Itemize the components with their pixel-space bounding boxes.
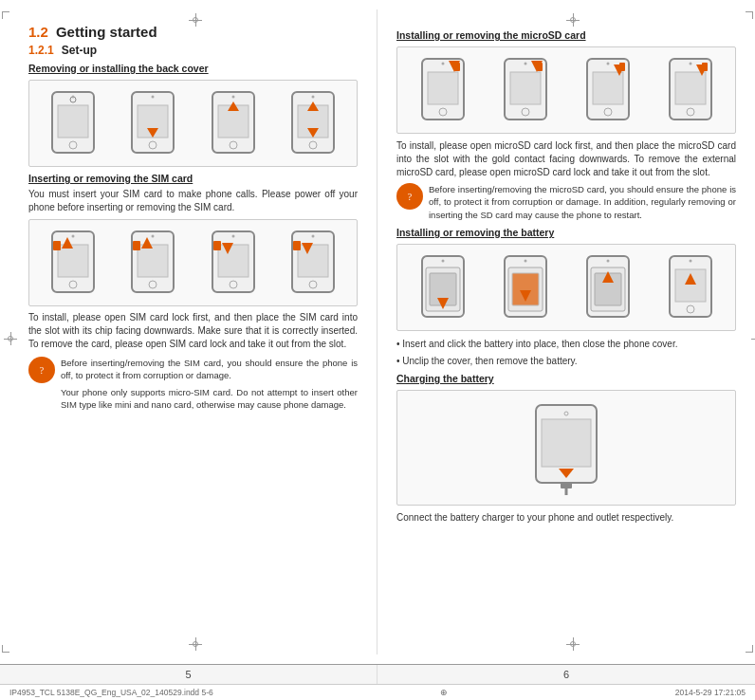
svg-point-66 [689,63,691,65]
sim-phone-4 [288,228,338,298]
bat-phone-2 [501,252,550,322]
svg-rect-95 [542,419,591,467]
sim-card-diagram [28,219,358,306]
svg-point-79 [524,259,526,262]
svg-point-74 [441,259,444,262]
left-page-number: 5 [185,669,191,680]
svg-point-11 [231,96,234,99]
footer-left: 5 [0,665,378,684]
svg-rect-31 [133,241,140,250]
svg-rect-37 [213,241,221,250]
bat-phone-1 [418,252,468,322]
svg-text:?: ? [408,192,413,202]
svg-rect-67 [675,72,706,104]
sd-svg-3 [583,55,633,123]
phone-diagram-1 [48,88,98,158]
footer-bar: 5 6 [0,664,755,684]
sd-phone-4 [666,55,715,125]
phone-svg-1 [48,88,98,157]
sim-notice-1: ? Before inserting/removing the SIM card… [28,357,358,411]
phone-svg-3 [209,88,258,157]
charging-diagram [396,390,736,506]
date-text: 2014-5-29 17:21:05 [675,688,746,697]
sim-install-text: To install, please open SIM card lock fi… [28,311,358,351]
corner-br [746,645,753,653]
section-title: Getting started [56,24,157,40]
microsd-notice-text: Before inserting/removing the microSD ca… [429,183,736,221]
svg-point-54 [524,63,526,65]
footer-right: 6 [378,665,755,684]
battery-diagram [396,244,736,331]
copyright-text: IP4953_TCL 5138E_QG_Eng_USA_02_140529.in… [9,688,213,697]
microsd-heading: Installing or removing the microSD card [396,29,736,41]
subsection-number: 1.2.1 [28,44,54,57]
subsection-heading: 1.2.1 Set-up [28,44,358,57]
notice-icon-svg-1: ? [33,361,50,378]
battery-bullet-2: Unclip the cover, then remove the batter… [396,354,736,368]
svg-rect-55 [510,72,541,104]
svg-point-48 [441,63,444,65]
left-page: 1.2 Getting started 1.2.1 Set-up Removin… [0,9,378,654]
svg-rect-96 [561,483,572,488]
svg-point-28 [152,235,155,238]
svg-point-40 [311,235,314,238]
svg-point-6 [152,96,155,99]
svg-rect-25 [53,241,61,250]
svg-rect-29 [138,245,168,277]
svg-point-84 [606,259,609,262]
notice-text-1: Before inserting/removing the SIM card, … [61,357,358,411]
bat-svg-4 [666,252,715,321]
sim-phone-3 [209,228,258,298]
notice-icon-1: ? [28,357,55,383]
svg-point-16 [311,96,314,99]
svg-point-89 [689,259,691,262]
sim-svg-2 [128,228,177,296]
bat-svg-1 [418,252,468,321]
copyright-bar: IP4953_TCL 5138E_QG_Eng_USA_02_140529.in… [0,684,755,700]
svg-rect-49 [428,72,458,104]
microsd-notice: ? Before inserting/removing the microSD … [396,183,736,221]
svg-rect-23 [58,245,88,277]
microsd-diagram [396,46,736,134]
phone-diagram-4 [288,88,338,158]
right-page-number: 6 [563,669,569,680]
main-content: 1.2 Getting started 1.2.1 Set-up Removin… [0,0,755,664]
corner-bl [2,645,9,653]
sim-phone-2 [128,228,177,298]
phone-diagram-2 [128,88,177,158]
svg-point-34 [231,235,234,238]
section-number: 1.2 [28,24,48,40]
charging-heading: Charging the battery [396,373,736,384]
sd-svg-2 [501,55,550,123]
svg-rect-61 [593,72,623,104]
compass-mark: ⊕ [440,688,448,697]
sim-svg-1 [48,228,98,296]
svg-text:?: ? [40,365,45,376]
phone-svg-4 [288,88,338,157]
back-cover-diagram [28,80,358,167]
back-cover-heading: Removing or installing the back cover [28,63,358,74]
charging-body-text: Connect the battery charger to your phon… [396,511,736,525]
sim-svg-4 [288,228,338,296]
phone-diagram-3 [209,88,258,158]
phone-svg-2 [128,88,177,157]
sim-svg-3 [209,228,258,296]
battery-bullet-1: Insert and click the battery into place,… [396,337,736,351]
page-container: 1.2 Getting started 1.2.1 Set-up Removin… [0,0,755,700]
svg-point-4 [72,96,75,99]
sd-phone-2 [501,55,550,125]
svg-point-60 [606,63,609,65]
bat-svg-2 [501,252,550,321]
svg-rect-43 [293,241,301,250]
battery-heading: Installing or removing the battery [396,227,736,238]
svg-rect-2 [58,105,88,138]
sim-card-intro: You must insert your SIM card to make ph… [28,188,358,214]
bat-svg-3 [583,252,633,321]
sd-svg-1 [418,55,468,123]
notice-icon-svg-2: ? [401,188,418,205]
bat-phone-3 [583,252,633,322]
sd-phone-1 [418,55,468,125]
svg-rect-35 [218,245,249,277]
corner-tl [2,11,9,19]
sd-svg-4 [666,55,715,123]
